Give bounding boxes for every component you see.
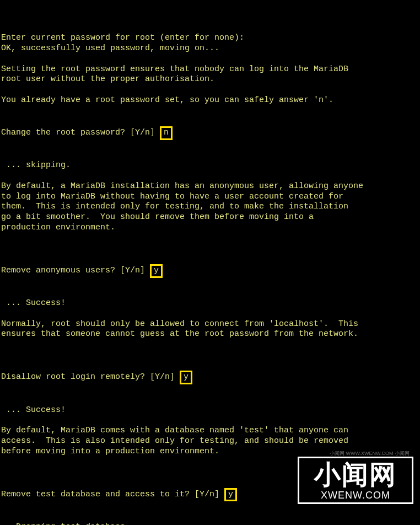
terminal-line: By default, MariaDB comes with a databas…	[1, 426, 419, 436]
terminal-line	[1, 233, 419, 244]
terminal-line: ... skipping.	[1, 160, 419, 171]
terminal-line: By default, a MariaDB installation has a…	[1, 181, 419, 192]
terminal-line: to log into MariaDB without having to ha…	[1, 192, 419, 202]
terminal-line: them. This is intended only for testing,…	[1, 202, 419, 212]
terminal-line: production environment.	[1, 223, 419, 233]
watermark-big: 小闻网	[301, 462, 410, 488]
terminal-line: OK, successfully used password, moving o…	[1, 44, 419, 54]
terminal-line: Enter current password for root (enter f…	[1, 33, 419, 44]
watermark-small: XWENW.COM	[301, 489, 410, 502]
terminal-line: root user without the proper authorisati…	[1, 74, 419, 85]
terminal-line	[1, 415, 419, 426]
q3-prompt: Disallow root login remotely? [Y/n]	[1, 372, 180, 382]
q3-answer-highlight: y	[180, 371, 192, 384]
terminal-line	[1, 23, 419, 34]
watermark-tiny: 小闻网 WWW.XWENW.COM 小闻网	[330, 451, 410, 457]
terminal-line	[1, 85, 419, 95]
terminal-line: You already have a root password set, so…	[1, 95, 419, 106]
terminal-line: ... Success!	[1, 405, 419, 416]
watermark: 小闻网 WWW.XWENW.COM 小闻网 小闻网 XWENW.COM	[298, 457, 413, 505]
terminal-line	[1, 171, 419, 181]
q1-prompt: Change the root password? [Y/n]	[1, 128, 160, 137]
q4-prompt: Remove test database and access to it? […	[1, 490, 224, 499]
q1-answer-highlight: n	[160, 126, 173, 140]
terminal-line: Setting the root password ensures that n…	[1, 65, 419, 75]
terminal-line: ... Success!	[1, 298, 419, 309]
q2-prompt: Remove anonymous users? [Y/n]	[1, 266, 150, 275]
terminal-line: ensures that someone cannot guess at the…	[1, 329, 419, 340]
terminal-line	[1, 309, 419, 319]
q2-answer-highlight: y	[150, 264, 163, 278]
q4-answer-highlight: y	[224, 488, 237, 502]
terminal-line: access. This is also intended only for t…	[1, 436, 419, 447]
terminal-line: Normally, root should only be allowed to…	[1, 319, 419, 330]
terminal-line: go a bit smoother. You should remove the…	[1, 212, 419, 223]
terminal-line	[1, 340, 419, 350]
terminal-line	[1, 54, 419, 65]
terminal-output[interactable]: Enter current password for root (enter f…	[1, 2, 419, 525]
terminal-line: - Dropping test database...	[1, 522, 419, 525]
